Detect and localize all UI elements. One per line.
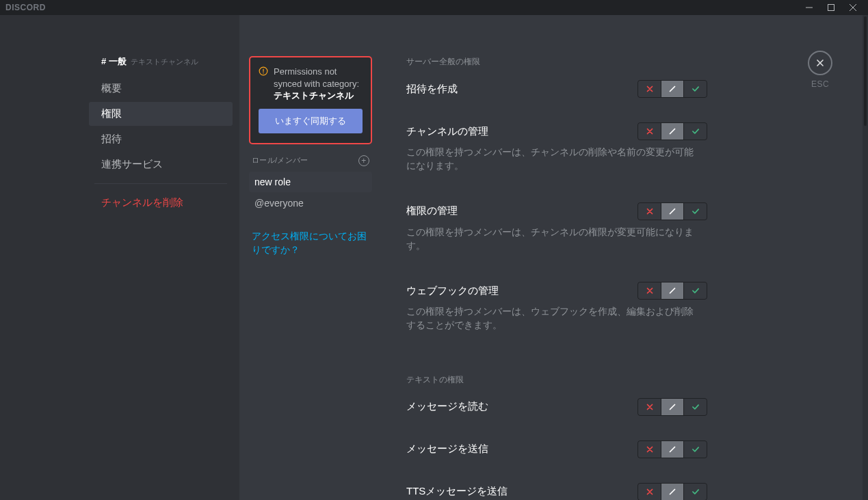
sync-permissions-box: Permissions not synced with category: テキ… bbox=[249, 56, 372, 144]
close-window-button[interactable] bbox=[843, 0, 863, 15]
perm-manage-webhooks-desc: この権限を持つメンバーは、ウェブフックを作成、編集および削除することができます。 bbox=[406, 305, 700, 333]
channel-header: # 一般 テキストチャンネル bbox=[89, 56, 233, 67]
perm-create-invite-toggle[interactable] bbox=[637, 80, 707, 98]
toggle-allow[interactable] bbox=[684, 122, 707, 140]
perm-manage-channel-desc: この権限を持つメンバーは、チャンネルの削除や名前の変更が可能になります。 bbox=[406, 146, 700, 174]
permissions-help-link[interactable]: アクセス権限についてお困りですか？ bbox=[249, 230, 372, 258]
perm-create-invite-label: 招待を作成 bbox=[406, 83, 458, 96]
roles-column: Permissions not synced with category: テキ… bbox=[239, 15, 379, 500]
nav-overview[interactable]: 概要 bbox=[89, 77, 233, 101]
perm-manage-channel-label: チャンネルの管理 bbox=[406, 125, 488, 138]
permissions-column: サーバー全般の権限 招待を作成 チャンネルの管理 bbox=[379, 15, 735, 500]
perm-manage-webhooks-toggle[interactable] bbox=[637, 282, 707, 300]
warning-icon bbox=[259, 66, 268, 102]
toggle-passthrough[interactable] bbox=[661, 282, 684, 300]
perm-manage-perms-toggle[interactable] bbox=[637, 202, 707, 220]
toggle-passthrough[interactable] bbox=[661, 483, 684, 501]
toggle-deny[interactable] bbox=[637, 398, 661, 416]
nav-integrations[interactable]: 連携サービス bbox=[89, 153, 233, 176]
add-role-button[interactable]: + bbox=[358, 155, 369, 166]
perm-tts-messages-label: TTSメッセージを送信 bbox=[406, 485, 508, 498]
nav-permissions[interactable]: 権限 bbox=[89, 102, 233, 126]
perm-tts-messages-toggle[interactable] bbox=[637, 483, 707, 501]
perm-send-messages-label: メッセージを送信 bbox=[406, 443, 488, 456]
perm-read-messages-toggle[interactable] bbox=[637, 398, 707, 416]
toggle-passthrough[interactable] bbox=[661, 122, 684, 140]
toggle-passthrough[interactable] bbox=[661, 398, 684, 416]
channel-name: # 一般 bbox=[101, 56, 127, 66]
scrollbar-track[interactable] bbox=[863, 15, 868, 500]
esc-label: ESC bbox=[808, 79, 832, 89]
roles-members-label: ロール/メンバー bbox=[252, 155, 308, 166]
perm-manage-perms-label: 権限の管理 bbox=[406, 205, 458, 218]
toggle-allow[interactable] bbox=[684, 440, 707, 458]
toggle-allow[interactable] bbox=[684, 483, 707, 501]
window-controls bbox=[800, 0, 863, 15]
toggle-deny[interactable] bbox=[637, 80, 661, 98]
role-item-everyone[interactable]: @everyone bbox=[249, 193, 372, 213]
sync-message: Permissions not synced with category: テキ… bbox=[274, 66, 363, 102]
toggle-allow[interactable] bbox=[684, 282, 707, 300]
section-server-permissions: サーバー全般の権限 bbox=[406, 56, 707, 68]
app-brand: DISCORD bbox=[5, 3, 46, 12]
nav-invites[interactable]: 招待 bbox=[89, 127, 233, 151]
perm-manage-channel-toggle[interactable] bbox=[637, 122, 707, 140]
sync-message-text: Permissions not synced with category: bbox=[274, 66, 359, 89]
toggle-deny[interactable] bbox=[637, 122, 661, 140]
toggle-deny[interactable] bbox=[637, 202, 661, 220]
roles-members-header: ロール/メンバー + bbox=[252, 155, 369, 166]
toggle-allow[interactable] bbox=[684, 398, 707, 416]
toggle-deny[interactable] bbox=[637, 282, 661, 300]
perm-send-messages-toggle[interactable] bbox=[637, 440, 707, 458]
perm-manage-webhooks-label: ウェブフックの管理 bbox=[406, 285, 499, 298]
channel-type-label: テキストチャンネル bbox=[131, 57, 198, 66]
nav-delete-channel[interactable]: チャンネルを削除 bbox=[89, 191, 233, 215]
scrollbar-thumb[interactable] bbox=[864, 16, 867, 126]
toggle-deny[interactable] bbox=[637, 483, 661, 501]
toggle-deny[interactable] bbox=[637, 440, 661, 458]
maximize-button[interactable] bbox=[821, 0, 841, 15]
toggle-allow[interactable] bbox=[684, 80, 707, 98]
close-settings: ESC bbox=[808, 51, 832, 89]
toggle-passthrough[interactable] bbox=[661, 440, 684, 458]
titlebar: DISCORD bbox=[0, 0, 868, 15]
sync-now-button[interactable]: いますぐ同期する bbox=[259, 109, 363, 133]
section-text-permissions: テキストの権限 bbox=[406, 374, 707, 386]
toggle-allow[interactable] bbox=[684, 202, 707, 220]
toggle-passthrough[interactable] bbox=[661, 202, 684, 220]
role-item-newrole[interactable]: new role bbox=[249, 172, 372, 192]
sync-message-category: テキストチャンネル bbox=[274, 90, 354, 101]
perm-read-messages-label: メッセージを読む bbox=[406, 400, 488, 413]
nav-divider bbox=[94, 183, 227, 184]
close-button[interactable] bbox=[808, 51, 832, 75]
toggle-passthrough[interactable] bbox=[661, 80, 684, 98]
settings-sidebar: # 一般 テキストチャンネル 概要 権限 招待 連携サービス チャンネルを削除 bbox=[0, 15, 239, 500]
perm-manage-perms-desc: この権限を持つメンバーは、チャンネルの権限が変更可能になります。 bbox=[406, 226, 700, 254]
svg-rect-0 bbox=[828, 5, 834, 11]
minimize-button[interactable] bbox=[800, 0, 819, 15]
